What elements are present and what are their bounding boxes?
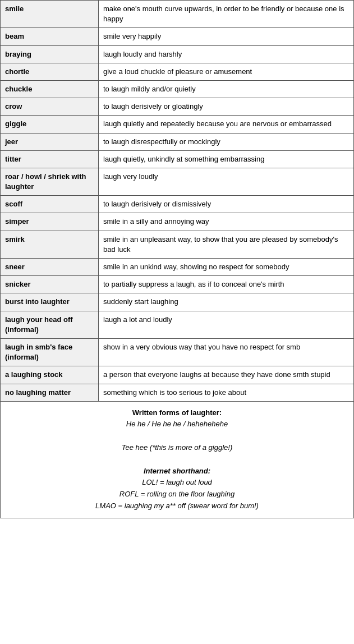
term-cell: chuckle	[1, 80, 99, 98]
table-row: laugh your head off (informal)laugh a lo…	[1, 311, 354, 338]
table-row: laugh in smb's face (informal)show in a …	[1, 338, 354, 366]
definition-cell: laugh loudly and harshly	[99, 45, 354, 63]
term-cell: a laughing stock	[1, 366, 99, 384]
table-row: smilemake one's mouth curve upwards, in …	[1, 1, 354, 28]
footer-line5: LMAO = laughing my a** off (swear word f…	[95, 502, 259, 510]
definition-cell: give a loud chuckle of pleasure or amuse…	[99, 63, 354, 80]
term-cell: burst into laughter	[1, 293, 99, 311]
definition-cell: to laugh disrespectfully or mockingly	[99, 133, 354, 150]
table-row: no laughing mattersomething which is too…	[1, 384, 354, 401]
definition-cell: to laugh mildly and/or quietly	[99, 80, 354, 98]
definition-cell: laugh a lot and loudly	[99, 311, 354, 338]
footer-line2: Tee hee (*this is more of a giggle!)	[122, 443, 233, 452]
table-row: simpersmile in a silly and annoying way	[1, 213, 354, 231]
definition-cell: to laugh derisively or dismissively	[99, 196, 354, 213]
table-row: chuckleto laugh mildly and/or quietly	[1, 80, 354, 98]
definition-cell: smile in an unpleasant way, to show that…	[99, 231, 354, 258]
table-row: crowto laugh derisively or gloatingly	[1, 98, 354, 116]
definition-cell: laugh quietly and repeatedly because you…	[99, 116, 354, 133]
term-cell: braying	[1, 45, 99, 63]
footer-line4: ROFL = rolling on the floor laughing	[119, 490, 235, 498]
definition-cell: smile in an unkind way, showing no respe…	[99, 259, 354, 276]
definition-cell: make one's mouth curve upwards, in order…	[99, 1, 354, 28]
footer-row: Written forms of laughter: He he / He he…	[1, 401, 354, 518]
table-row: beamsmile very happily	[1, 28, 354, 45]
table-row: sneersmile in an unkind way, showing no …	[1, 259, 354, 276]
term-cell: crow	[1, 98, 99, 116]
term-cell: sneer	[1, 259, 99, 276]
footer-cell: Written forms of laughter: He he / He he…	[1, 401, 354, 518]
term-cell: chortle	[1, 63, 99, 80]
footer-title: Written forms of laughter:	[132, 408, 222, 417]
table-row: snickerto partially suppress a laugh, as…	[1, 276, 354, 293]
footer-line3: LOL! = laugh out loud	[142, 478, 212, 486]
table-row: brayinglaugh loudly and harshly	[1, 45, 354, 63]
term-cell: beam	[1, 28, 99, 45]
term-cell: snicker	[1, 276, 99, 293]
term-cell: roar / howl / shriek with laughter	[1, 168, 99, 195]
term-cell: laugh your head off (informal)	[1, 311, 99, 338]
term-cell: laugh in smb's face (informal)	[1, 338, 99, 366]
definition-cell: laugh quietly, unkindly at something emb…	[99, 150, 354, 168]
term-cell: no laughing matter	[1, 384, 99, 401]
table-row: a laughing stocka person that everyone l…	[1, 366, 354, 384]
vocabulary-table: smilemake one's mouth curve upwards, in …	[0, 0, 354, 518]
table-row: chortlegive a loud chuckle of pleasure o…	[1, 63, 354, 80]
term-cell: smirk	[1, 231, 99, 258]
table-row: jeerto laugh disrespectfully or mockingl…	[1, 133, 354, 150]
table-row: smirksmile in an unpleasant way, to show…	[1, 231, 354, 258]
table-row: titterlaugh quietly, unkindly at somethi…	[1, 150, 354, 168]
footer-title2: Internet shorthand:	[144, 467, 210, 475]
definition-cell: show in a very obvious way that you have…	[99, 338, 354, 366]
definition-cell: to partially suppress a laugh, as if to …	[99, 276, 354, 293]
term-cell: simper	[1, 213, 99, 231]
table-row: gigglelaugh quietly and repeatedly becau…	[1, 116, 354, 133]
definition-cell: suddenly start laughing	[99, 293, 354, 311]
term-cell: titter	[1, 150, 99, 168]
footer-line1: He he / He he he / hehehehehe	[126, 420, 228, 428]
table-row: scoffto laugh derisively or dismissively	[1, 196, 354, 213]
term-cell: scoff	[1, 196, 99, 213]
definition-cell: a person that everyone laughs at because…	[99, 366, 354, 384]
definition-cell: laugh very loudly	[99, 168, 354, 195]
definition-cell: smile in a silly and annoying way	[99, 213, 354, 231]
term-cell: jeer	[1, 133, 99, 150]
definition-cell: something which is too serious to joke a…	[99, 384, 354, 401]
table-row: roar / howl / shriek with laughterlaugh …	[1, 168, 354, 195]
definition-cell: smile very happily	[99, 28, 354, 45]
definition-cell: to laugh derisively or gloatingly	[99, 98, 354, 116]
table-row: burst into laughtersuddenly start laughi…	[1, 293, 354, 311]
term-cell: smile	[1, 1, 99, 28]
term-cell: giggle	[1, 116, 99, 133]
